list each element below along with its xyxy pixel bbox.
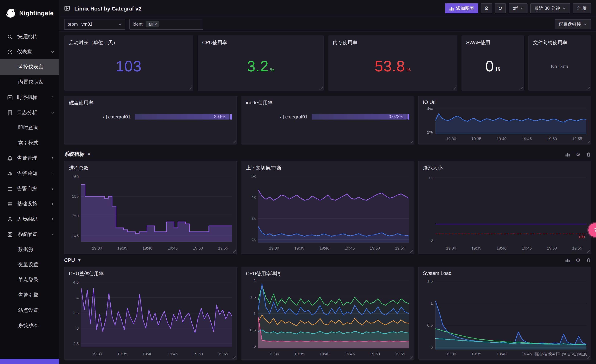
sidebar-item-quick-jump[interactable]: 快捷跳转 (0, 29, 59, 44)
stat-card-value: 3.2% (202, 46, 319, 87)
panel-title[interactable]: System Load (423, 270, 586, 276)
chevron-down-icon (562, 7, 566, 10)
x-axis-label: 19:55 (395, 246, 405, 250)
y-axis-label: 1.5 (250, 295, 256, 299)
chart-canvas-process-total[interactable] (81, 173, 232, 242)
sidebar-item-alert-manage[interactable]: 告警管理 (0, 151, 59, 166)
stat-card-title[interactable]: 启动时长（单位：天） (69, 39, 188, 46)
chart-canvas-io-util[interactable] (435, 107, 586, 134)
sidebar-item-label: 监控仪表盘 (18, 64, 44, 70)
chevron-down-icon (51, 111, 54, 115)
sidebar-item-datasource[interactable]: 数据源 (0, 242, 59, 257)
gauge-bar[interactable]: 29.5% (135, 114, 232, 120)
dashboard-settings-button[interactable]: ⚙ (481, 3, 492, 13)
stat-value-number: No Data (551, 64, 568, 69)
x-axis-label: 19:55 (572, 137, 582, 141)
y-axis: 5k4k3k2k (246, 173, 258, 245)
sidebar-item-infrastructure[interactable]: 基础设施 (0, 196, 59, 211)
x-axis-label: 19:35 (294, 246, 304, 250)
sidebar-item-system-version[interactable]: 系统版本 (0, 318, 59, 333)
x-axis-label: 19:35 (294, 352, 304, 356)
chart-canvas-context-switch[interactable] (258, 173, 409, 243)
nightingale-logo-icon (4, 7, 17, 20)
gear-icon[interactable]: ⚙ (576, 257, 581, 262)
add-chart-button[interactable]: 添加图表 (445, 3, 478, 13)
sidebar-item-monitor-dashboards[interactable]: 监控仪表盘 (0, 59, 59, 75)
panel-title[interactable]: 熵池大小 (423, 165, 586, 171)
chevron-right-icon (51, 202, 54, 206)
x-axis: 19:3019:3519:4019:4519:5019:55 (258, 245, 409, 251)
sidebar-item-log-analysis[interactable]: 日志分析 (0, 105, 59, 120)
sidebar-item-system-config[interactable]: 系统配置 (0, 227, 59, 242)
dashboard-links-label: 仪表盘链接 (559, 21, 581, 27)
ident-filter-select[interactable]: ident all × (129, 19, 203, 30)
sidebar-item-alert-notify[interactable]: 告警通知 (0, 166, 59, 181)
refresh-interval-select[interactable]: off (509, 3, 527, 13)
sidebar-item-site-settings[interactable]: 站点设置 (0, 303, 59, 318)
panel-title[interactable]: CPU整体使用率 (69, 270, 232, 277)
sidebar-item-index-pattern[interactable]: 索引模式 (0, 135, 59, 151)
sidebar-collapse-icon[interactable] (64, 5, 70, 11)
collapse-caret-icon[interactable]: ▼ (87, 152, 91, 156)
chevron-down-icon (118, 22, 122, 26)
collapse-caret-icon[interactable]: ▼ (77, 258, 81, 262)
logo[interactable]: Nightingale (0, 0, 59, 27)
x-axis-label: 19:40 (142, 352, 152, 356)
panel-title[interactable]: 上下文切换/中断 (246, 165, 409, 171)
prom-filter-select[interactable]: prom vm01 (64, 19, 125, 30)
trash-icon[interactable] (586, 152, 591, 157)
sidebar-item-label: 数据源 (18, 246, 33, 253)
stat-card-title[interactable]: CPU使用率 (202, 39, 319, 46)
add-panel-icon[interactable] (565, 258, 570, 262)
x-axis-label: 19:50 (193, 246, 203, 250)
panel-title[interactable]: IO Util (423, 100, 586, 105)
sidebar-item-dashboards[interactable]: 仪表盘 (0, 44, 59, 59)
sidebar-item-label: 时序指标 (17, 94, 37, 101)
section-label[interactable]: 系统指标 (64, 151, 84, 158)
trash-icon[interactable] (586, 258, 591, 262)
add-panel-icon[interactable] (565, 152, 570, 157)
y-axis-label: 5k (251, 174, 256, 178)
sidebar-item-alert-engine[interactable]: 告警引擎 (0, 288, 59, 303)
chart-area: 4.543.532.5 (69, 278, 232, 351)
time-range-select[interactable]: 最近 30 分钟 (530, 3, 570, 13)
chart-canvas-system-load[interactable] (435, 277, 586, 349)
chart-plot (258, 278, 409, 351)
x-axis-label: 19:55 (395, 352, 405, 356)
dashboard-links-select[interactable]: 仪表盘链接 (554, 19, 591, 29)
x-axis-label: 19:40 (497, 137, 507, 141)
gauge-bar[interactable]: 0.073% (312, 114, 409, 120)
panel-title[interactable]: 磁盘使用率 (69, 100, 232, 106)
x-axis-label: 19:35 (471, 246, 481, 250)
panel-title[interactable]: 进程总数 (69, 165, 232, 171)
remove-tag-icon[interactable]: × (154, 22, 157, 27)
stat-card-title[interactable]: SWAP使用 (466, 39, 519, 46)
chart-canvas-cpu-overall[interactable] (81, 278, 232, 347)
x-axis-label: 19:50 (370, 352, 380, 356)
section-label[interactable]: CPU (64, 257, 75, 263)
gear-icon[interactable]: ⚙ (576, 152, 581, 157)
fullscreen-button[interactable]: 全 屏 (573, 3, 591, 13)
refresh-interval-value: off (513, 6, 518, 11)
chart-canvas-entropy[interactable]: 100 (435, 173, 586, 244)
stat-card-title[interactable]: 内存使用率 (333, 39, 452, 46)
sidebar-item-builtin-dashboards[interactable]: 内置仪表盘 (0, 75, 59, 90)
stat-card-uptime: 启动时长（单位：天）103 (64, 36, 193, 91)
sidebar-bottom-bar[interactable] (0, 359, 59, 364)
chart-icon (7, 95, 13, 100)
sidebar-item-alert-selfheal[interactable]: 告警自愈 (0, 181, 59, 196)
filterbar: prom vm01 ident all × 仪表盘链接 (59, 17, 596, 32)
sidebar-item-variables[interactable]: 变量设置 (0, 257, 59, 272)
panel-title[interactable]: inode使用率 (246, 100, 409, 106)
chart-canvas-cpu-detail[interactable] (258, 278, 409, 349)
refresh-button[interactable]: ↻ (495, 3, 506, 13)
sidebar-item-sso[interactable]: 单点登录 (0, 272, 59, 288)
sidebar-item-instant-query[interactable]: 即时查询 (0, 120, 59, 135)
stat-card-title[interactable]: 文件句柄使用率 (533, 39, 586, 46)
y-axis-label: 3k (251, 216, 256, 220)
fullscreen-label: 全 屏 (577, 5, 587, 11)
sidebar-item-org[interactable]: 人员组织 (0, 211, 59, 227)
panel-title[interactable]: CPU使用率详情 (246, 270, 409, 277)
chart-panel-system-load: System Load1.510.5019:3019:3519:4019:451… (418, 267, 591, 360)
sidebar-item-metrics[interactable]: 时序指标 (0, 90, 59, 105)
